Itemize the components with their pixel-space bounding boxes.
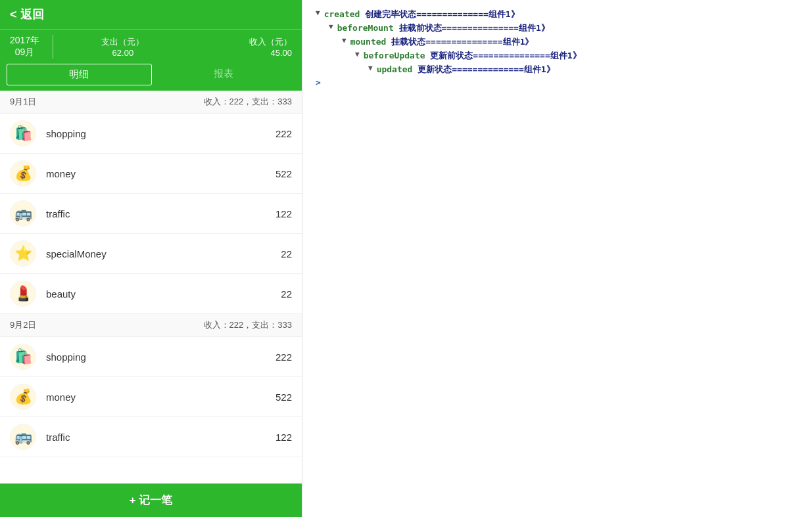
item-label: money <box>46 168 275 179</box>
item-amount: 522 <box>275 392 292 403</box>
back-button[interactable]: < 返回 <box>0 0 302 29</box>
expand-arrow[interactable]: ▼ <box>368 64 373 72</box>
list-item[interactable]: 🛍️shopping222 <box>0 337 302 377</box>
code-line: ▼updated 更新状态==============组件1》 <box>316 64 799 76</box>
code-text: mounted 挂载状态===============组件1》 <box>350 36 534 48</box>
list-item[interactable]: ⭐specialMoney22 <box>0 234 302 274</box>
item-label: shopping <box>46 128 275 139</box>
tab-report[interactable]: 报表 <box>152 64 296 85</box>
add-record-button[interactable]: + 记一笔 <box>0 483 302 517</box>
stats-bar: 2017年 09月 支出（元） 62.00 收入（元） 45.00 <box>0 29 302 64</box>
date-label: 9月2日 <box>10 319 36 331</box>
item-label: shopping <box>46 351 275 363</box>
code-panel: ▼created 创建完毕状态==============组件1》▼before… <box>302 0 812 517</box>
item-amount: 522 <box>275 168 292 179</box>
item-amount: 22 <box>281 288 292 300</box>
date-group-header: 9月2日收入：222，支出：333 <box>0 314 302 337</box>
list-item[interactable]: 💰money522 <box>0 377 302 417</box>
item-label: specialMoney <box>46 248 281 259</box>
date-summary: 收入：222，支出：333 <box>204 319 292 331</box>
date-group-header: 9月1日收入：222，支出：333 <box>0 91 302 114</box>
specialMoney-icon: ⭐ <box>10 240 36 267</box>
beauty-icon: 💄 <box>10 281 36 307</box>
list-item[interactable]: 🛍️shopping222 <box>0 114 302 154</box>
expense-stat: 支出（元） 62.00 <box>66 36 179 58</box>
code-line: ▼beforeUpdate 更新前状态===============组件1》 <box>316 50 799 62</box>
tab-bar: 明细 报表 <box>0 64 302 91</box>
list-item[interactable]: 💄beauty22 <box>0 274 302 314</box>
date-summary: 收入：222，支出：333 <box>204 96 292 108</box>
item-amount: 222 <box>275 128 292 139</box>
tab-detail[interactable]: 明细 <box>7 64 152 85</box>
code-text: created 创建完毕状态==============组件1》 <box>324 9 519 20</box>
shopping-icon: 🛍️ <box>10 120 36 146</box>
item-amount: 22 <box>281 248 292 259</box>
item-amount: 222 <box>275 351 292 363</box>
add-record-label: + 记一笔 <box>130 494 173 506</box>
income-value: 45.00 <box>179 48 292 58</box>
item-label: traffic <box>46 432 275 443</box>
item-label: money <box>46 392 275 403</box>
list-item[interactable]: 🚌traffic122 <box>0 417 302 457</box>
back-label: < 返回 <box>10 8 44 21</box>
shopping-icon: 🛍️ <box>10 344 36 370</box>
expense-label: 支出（元） <box>66 36 179 48</box>
code-line: ▼created 创建完毕状态==============组件1》 <box>316 9 799 20</box>
code-line: ▼mounted 挂载状态===============组件1》 <box>316 36 799 48</box>
expand-arrow[interactable]: ▼ <box>329 22 333 31</box>
expand-arrow[interactable]: ▼ <box>355 50 360 58</box>
code-line: ▼beforeMount 挂载前状态===============组件1》 <box>316 22 799 34</box>
expand-arrow[interactable]: ▼ <box>342 36 346 45</box>
income-stat: 收入（元） 45.00 <box>179 36 292 58</box>
expense-value: 62.00 <box>66 48 179 58</box>
traffic-icon: 🚌 <box>10 424 36 450</box>
money-icon: 💰 <box>10 160 36 187</box>
item-label: traffic <box>46 208 275 219</box>
transaction-list: 9月1日收入：222，支出：333🛍️shopping222💰money522🚌… <box>0 91 302 517</box>
date-label: 9月1日 <box>10 96 36 108</box>
item-amount: 122 <box>275 432 292 443</box>
money-icon: 💰 <box>10 384 36 410</box>
code-text: beforeMount 挂载前状态===============组件1》 <box>337 22 550 34</box>
item-label: beauty <box>46 288 281 300</box>
year-month: 2017年 09月 <box>10 35 53 58</box>
expand-arrow[interactable]: ▼ <box>316 9 320 17</box>
income-label: 收入（元） <box>179 36 292 48</box>
traffic-icon: 🚌 <box>10 200 36 227</box>
item-amount: 122 <box>275 208 292 219</box>
code-text: beforeUpdate 更新前状态===============组件1》 <box>364 50 581 62</box>
code-line: > <box>316 78 799 87</box>
left-panel: < 返回 2017年 09月 支出（元） 62.00 收入（元） 45.00 明… <box>0 0 302 517</box>
code-text: updated 更新状态==============组件1》 <box>377 64 555 76</box>
list-item[interactable]: 🚌traffic122 <box>0 194 302 234</box>
list-item[interactable]: 💰money522 <box>0 154 302 194</box>
code-caret[interactable]: > <box>316 78 321 87</box>
month-label: 09月 <box>10 47 39 58</box>
year-label: 2017年 <box>10 35 39 47</box>
